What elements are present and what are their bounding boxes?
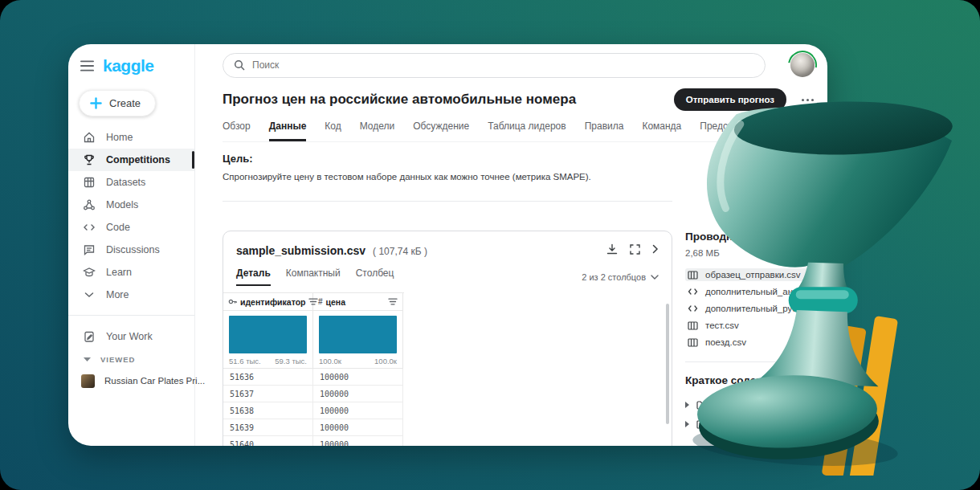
table-row: 51640 100000 (223, 436, 404, 446)
column-header-id[interactable]: идентификатор (223, 293, 313, 311)
app-window: kaggle Create Home (68, 44, 827, 446)
sidebar-item-datasets[interactable]: Datasets (68, 171, 194, 194)
graduation-cap-icon (82, 266, 96, 280)
code-file-icon (688, 288, 698, 296)
sidebar-item-russian-car-plates[interactable]: Russian Car Plates Pri... (68, 369, 194, 393)
search-input[interactable] (252, 59, 754, 71)
cell-id: 51639 (223, 419, 313, 436)
competition-tabs: Обзор Данные Код Модели Обсуждение Табли… (223, 120, 817, 142)
table-file-icon (688, 321, 698, 330)
more-options-icon[interactable] (798, 96, 817, 104)
tab-leaderboard[interactable]: Таблица лидеров (488, 120, 566, 141)
hamburger-menu-icon[interactable] (80, 59, 94, 73)
submit-prediction-button[interactable]: Отправить прогноз (674, 88, 786, 111)
sidebar: kaggle Create Home (68, 44, 195, 446)
view-mode-tabs: Деталь Компактный Столбец 2 из 2 столбцо… (223, 257, 672, 286)
file-item-train[interactable]: поезд.csv (685, 336, 827, 349)
discussions-icon (82, 243, 96, 257)
tab-rules[interactable]: Правила (585, 120, 624, 141)
file-size: ( 107,74 кБ ) (373, 246, 427, 257)
table-file-icon (688, 338, 698, 347)
tab-overview[interactable]: Обзор (223, 120, 251, 141)
user-avatar[interactable] (788, 51, 817, 80)
columns-selector[interactable]: 2 из 2 столбцов (582, 272, 659, 282)
caret-down-icon (84, 357, 91, 361)
tab-team[interactable]: Команда (642, 120, 681, 141)
sidebar-item-competitions[interactable]: Competitions (68, 149, 194, 171)
sidebar-item-home[interactable]: Home (68, 126, 194, 149)
histogram-id-column: 51.6 тыс. 59.3 тыс. (223, 311, 313, 369)
tab-code[interactable]: Код (325, 120, 341, 141)
hist-max-label: 59.3 тыс. (275, 357, 307, 365)
code-file-icon (688, 304, 698, 312)
cell-id: 51636 (223, 369, 313, 386)
code-icon (82, 221, 96, 235)
file-viewer-card: sample_submission.csv ( 107,74 кБ ) (223, 231, 672, 446)
tab-data[interactable]: Данные (269, 120, 307, 141)
file-name: sample_submission.csv (236, 244, 365, 257)
sidebar-divider (68, 315, 194, 316)
cell-id: 51637 (223, 386, 313, 402)
tab-discussion[interactable]: Обсуждение (413, 120, 469, 141)
summary-columns-item[interactable]: 10 колонок (685, 414, 827, 434)
file-item-test[interactable]: тест.csv (685, 319, 827, 332)
view-tab-detail[interactable]: Деталь (236, 267, 271, 286)
search-bar[interactable] (223, 53, 766, 78)
cell-price: 100000 (313, 402, 403, 419)
file-item-sample-submission[interactable]: образец_отправки.csv (685, 268, 827, 281)
numeric-type-icon: # (318, 297, 323, 306)
tab-submissions[interactable]: Представления (700, 120, 769, 141)
vertical-scrollbar[interactable] (666, 304, 669, 424)
histogram-block (229, 316, 307, 353)
chevron-down-icon (82, 288, 96, 302)
hist-max-label: 100.0к (374, 357, 397, 365)
folder-icon (696, 401, 708, 410)
plus-icon (90, 97, 102, 109)
create-button[interactable]: Create (79, 90, 156, 116)
cell-id: 51640 (223, 436, 313, 446)
goal-heading: Цель: (223, 153, 672, 165)
view-tab-compact[interactable]: Компактный (286, 267, 341, 286)
main-area: Прогноз цен на российские автомобильные … (195, 44, 827, 446)
view-tab-column[interactable]: Столбец (356, 267, 394, 286)
summary-title: Краткое содержание (685, 374, 827, 386)
sidebar-item-learn[interactable]: Learn (68, 261, 194, 284)
download-icon[interactable] (606, 243, 618, 255)
viewed-section-header[interactable]: VIEWED (68, 349, 194, 369)
caret-right-icon (685, 402, 689, 408)
data-explorer-panel: Проводник данных 2,68 МБ образец_отправк… (685, 231, 827, 446)
caret-right-icon (685, 421, 689, 427)
tab-models[interactable]: Модели (360, 120, 395, 141)
table-row: 51638 100000 (223, 402, 404, 419)
hist-min-label: 100.0к (319, 357, 341, 365)
file-item-supplemental-russian[interactable]: дополнительный_русский.р (685, 302, 827, 315)
table-row: 51637 100000 (223, 386, 404, 402)
section-divider (223, 201, 672, 202)
sidebar-item-discussions[interactable]: Discussions (68, 239, 194, 261)
kaggle-logo[interactable]: kaggle (103, 56, 154, 76)
explorer-divider (685, 361, 827, 362)
sidebar-item-code[interactable]: Code (68, 216, 194, 239)
home-icon (82, 131, 96, 145)
chevron-right-icon[interactable] (652, 244, 659, 254)
datasets-icon (82, 176, 96, 190)
goal-text: Спрогнозируйте цену в тестовом наборе да… (223, 172, 672, 182)
column-header-price[interactable]: # цена (313, 293, 403, 311)
histogram-block (319, 316, 397, 353)
table-row: 51636 100000 (223, 369, 404, 386)
teal-background: kaggle Create Home (0, 0, 980, 490)
cell-price: 100000 (313, 436, 403, 446)
columns-icon (696, 420, 707, 429)
summary-files-item[interactable]: 5 файлов (685, 395, 827, 414)
expand-icon[interactable] (630, 244, 640, 255)
filter-icon[interactable] (388, 298, 398, 305)
sidebar-item-models[interactable]: Models (68, 194, 194, 216)
file-item-supplemental-english[interactable]: дополнительный_английский (685, 285, 827, 298)
sidebar-item-your-work[interactable]: Your Work (68, 324, 194, 349)
models-icon (82, 198, 96, 212)
sidebar-item-more[interactable]: More (68, 284, 194, 306)
key-icon (228, 297, 237, 306)
progress-ring (782, 45, 823, 85)
data-table: идентификатор # цена (223, 292, 404, 446)
cell-price: 100000 (313, 369, 403, 386)
